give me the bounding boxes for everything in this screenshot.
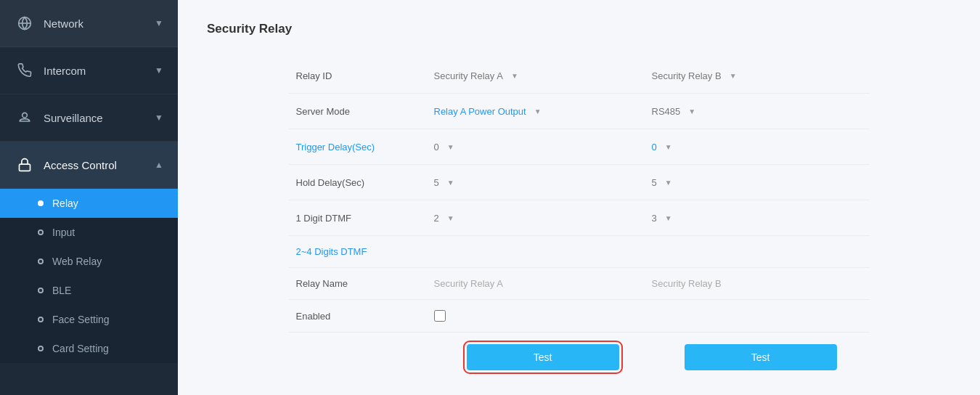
trigger-delay-a-value: 0 (434, 142, 439, 152)
enabled-checkbox-wrap (434, 310, 446, 322)
relay-id-a-dropdown[interactable]: ▼ (507, 68, 522, 83)
test-button-b[interactable]: Test (685, 344, 837, 370)
hold-delay-b-value: 5 (652, 177, 657, 188)
sidebar-item-intercom-label: Intercom (44, 65, 86, 77)
hold-delay-a-value: 5 (434, 177, 439, 188)
hold-delay-fields: 5 ▼ 5 ▼ (434, 175, 870, 190)
hold-delay-col-b: 5 ▼ (652, 175, 870, 190)
sidebar: Network ▼ Intercom ▼ Surveillance ▼ Ac (0, 0, 178, 395)
relay-name-a-value: Security Relay A (434, 278, 503, 289)
dtmf1-fields: 2 ▼ 3 ▼ (434, 211, 870, 225)
server-mode-row: Server Mode Relay A Power Output ▼ RS485… (289, 94, 870, 129)
input-dot (38, 229, 44, 235)
trigger-delay-b-value: 0 (652, 142, 657, 152)
access-control-submenu: Relay Input Web Relay BLE Face Setting C… (0, 189, 178, 363)
relay-id-col-b: Security Relay B ▼ (652, 68, 870, 83)
dtmf24-label: 2~4 Digits DTMF (289, 246, 434, 257)
intercom-icon (15, 60, 35, 81)
network-icon (15, 13, 35, 33)
footer-row: Cancel Submit (289, 382, 870, 395)
relay-id-a-value: Security Relay A (434, 70, 503, 81)
main-content: Security Relay Relay ID Security Relay A… (178, 0, 980, 395)
trigger-delay-col-b: 0 ▼ (652, 139, 870, 154)
face-setting-label: Face Setting (52, 314, 110, 325)
chevron-down-icon: ▼ (155, 18, 163, 28)
hold-delay-a-dropdown[interactable]: ▼ (444, 175, 458, 190)
relay-name-col-a: Security Relay A (434, 278, 652, 289)
relay-label: Relay (52, 198, 78, 209)
sidebar-item-card-setting[interactable]: Card Setting (0, 334, 178, 363)
dtmf1-b-value: 3 (652, 213, 657, 224)
sidebar-item-ble[interactable]: BLE (0, 276, 178, 305)
relay-id-fields: Security Relay A ▼ Security Relay B ▼ (434, 68, 870, 83)
input-label: Input (52, 227, 75, 238)
dtmf1-col-b: 3 ▼ (652, 211, 870, 225)
test-col-b: Test (652, 344, 870, 370)
relay-dot (38, 200, 44, 206)
trigger-delay-row: Trigger Delay(Sec) 0 ▼ 0 ▼ (289, 129, 870, 165)
trigger-delay-col-a: 0 ▼ (434, 139, 652, 154)
sidebar-item-surveillance-label: Surveillance (44, 112, 103, 124)
hold-delay-row: Hold Delay(Sec) 5 ▼ 5 ▼ (289, 165, 870, 200)
card-setting-label: Card Setting (52, 343, 109, 354)
enabled-fields (434, 310, 870, 322)
server-mode-b-dropdown[interactable]: ▼ (685, 104, 699, 118)
dtmf24-row: 2~4 Digits DTMF (289, 236, 870, 268)
server-mode-a-value: Relay A Power Output (434, 106, 526, 117)
page-title: Security Relay (207, 22, 951, 36)
dtmf1-a-value: 2 (434, 213, 439, 224)
sidebar-item-face-setting[interactable]: Face Setting (0, 305, 178, 334)
server-mode-col-b: RS485 ▼ (652, 104, 870, 118)
sidebar-item-input[interactable]: Input (0, 218, 178, 247)
web-relay-dot (38, 258, 44, 264)
surveillance-icon (15, 107, 35, 128)
trigger-delay-label: Trigger Delay(Sec) (289, 142, 434, 152)
enabled-col-a (434, 310, 652, 322)
chevron-down-icon: ▼ (155, 65, 163, 76)
relay-name-row: Relay Name Security Relay A Security Rel… (289, 268, 870, 300)
dtmf1-b-dropdown[interactable]: ▼ (661, 211, 676, 225)
test-button-a[interactable]: Test (467, 344, 619, 370)
ble-label: BLE (52, 285, 71, 296)
relay-name-col-b: Security Relay B (652, 278, 870, 289)
sidebar-item-access-control[interactable]: Access Control ▲ (0, 142, 178, 189)
web-relay-label: Web Relay (52, 256, 102, 267)
hold-delay-label: Hold Delay(Sec) (289, 177, 434, 188)
sidebar-item-network[interactable]: Network ▼ (0, 0, 178, 47)
sidebar-item-relay[interactable]: Relay (0, 189, 178, 218)
sidebar-item-surveillance[interactable]: Surveillance ▼ (0, 94, 178, 142)
relay-id-b-dropdown[interactable]: ▼ (726, 68, 740, 83)
dtmf1-label: 1 Digit DTMF (289, 213, 434, 224)
relay-id-b-value: Security Relay B (652, 70, 722, 81)
card-setting-dot (38, 346, 44, 351)
sidebar-item-web-relay[interactable]: Web Relay (0, 247, 178, 276)
ble-dot (38, 288, 44, 293)
dtmf1-a-dropdown[interactable]: ▼ (444, 211, 458, 225)
hold-delay-col-a: 5 ▼ (434, 175, 652, 190)
server-mode-a-dropdown[interactable]: ▼ (531, 104, 545, 118)
enabled-row: Enabled (289, 300, 870, 333)
server-mode-label: Server Mode (289, 106, 434, 117)
sidebar-item-intercom[interactable]: Intercom ▼ (0, 47, 178, 94)
dtmf1-row: 1 Digit DTMF 2 ▼ 3 ▼ (289, 200, 870, 236)
test-row: Test Test (289, 333, 870, 382)
test-col-a: Test (434, 344, 652, 370)
face-setting-dot (38, 317, 44, 322)
chevron-up-icon: ▲ (155, 160, 163, 170)
relay-id-label: Relay ID (289, 70, 434, 81)
sidebar-item-access-control-label: Access Control (44, 159, 117, 171)
relay-id-row: Relay ID Security Relay A ▼ Security Rel… (289, 58, 870, 94)
access-control-icon (15, 155, 35, 175)
hold-delay-b-dropdown[interactable]: ▼ (661, 175, 676, 190)
trigger-delay-a-dropdown[interactable]: ▼ (444, 139, 458, 154)
svg-rect-3 (20, 164, 30, 171)
sidebar-item-network-label: Network (44, 17, 83, 30)
trigger-delay-b-dropdown[interactable]: ▼ (661, 139, 676, 154)
svg-point-2 (23, 113, 28, 118)
relay-name-fields: Security Relay A Security Relay B (434, 278, 870, 289)
relay-id-col-a: Security Relay A ▼ (434, 68, 652, 83)
relay-name-label: Relay Name (289, 278, 434, 289)
chevron-down-icon: ▼ (155, 113, 163, 123)
enabled-checkbox[interactable] (434, 310, 446, 322)
server-mode-fields: Relay A Power Output ▼ RS485 ▼ (434, 104, 870, 118)
